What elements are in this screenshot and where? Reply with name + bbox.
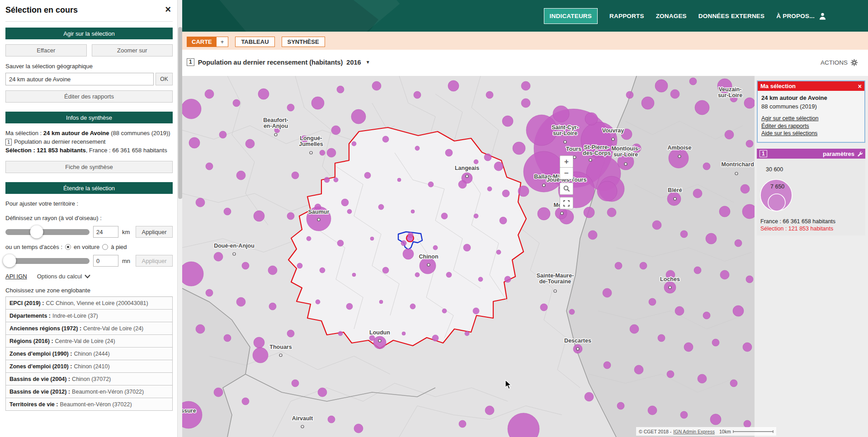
selection-communes: 88 communes (2019) [761,103,861,110]
ok-button[interactable]: OK [156,73,173,85]
add-map-button[interactable]: + [217,37,228,47]
tab-carte-label[interactable]: CARTE [187,37,217,47]
zone-row[interactable]: Bassins de vie (2004) :Chinon (37072) [5,373,173,385]
radius-label: Définissez un rayon (à vol d'oiseau) : [5,215,173,221]
zoom-on-button[interactable]: Zoomer sur [92,44,173,56]
time-slider-knob[interactable] [3,254,16,268]
api-ign-link[interactable]: API IGN [5,273,27,280]
ign-link[interactable]: IGN Admin Express [673,429,715,434]
tab-synthese[interactable]: SYNTHÈSE [282,37,325,47]
nav-item-indicateurs[interactable]: INDICATEURS [544,8,598,24]
indicator-title: Population au dernier recensement (habit… [198,59,343,66]
zone-row[interactable]: Régions (2016) :Centre-Val de Loire (24) [5,335,173,348]
svg-text:Descartes: Descartes [564,338,591,344]
synthesis-sheet-button[interactable]: Fiche de synthèse [5,161,173,173]
indicator-number-box: 1 [5,139,12,146]
synthesis-header[interactable]: Infos de synthèse [5,112,173,123]
svg-text:Airvault: Airvault [292,415,313,422]
magnifier-icon [563,185,570,192]
adjust-territory-label: Pour ajuster votre territoire : [5,200,173,207]
zoom-out-button[interactable]: − [560,167,573,179]
apply-time-button[interactable]: Appliquer [136,255,173,267]
extend-selection-header[interactable]: Étendre la sélection [5,182,173,194]
actions-button[interactable]: ACTIONS [821,59,858,66]
svg-text:ssure: ssure [182,408,196,414]
indicator-number-box: 1 [187,58,194,66]
selection-name: 24 km autour de Avoine [761,94,861,101]
close-icon[interactable]: × [165,5,171,14]
legend-big-value: 30 600 [766,166,783,173]
my-selection-panel: Ma sélection × 24 km autour de Avoine 88… [757,80,865,143]
zone-row[interactable]: Zones d'emploi (1990) :Chinon (2444) [5,348,173,360]
svg-text:Bléré: Bléré [668,187,682,193]
close-icon[interactable]: × [858,83,862,90]
zone-list: EPCI (2019) :CC Chinon, Vienne et Loire … [5,296,173,411]
act-on-selection-header[interactable]: Agir sur la sélection [5,28,173,39]
radius-slider[interactable] [5,229,90,235]
nav-item--propos-[interactable]: À PROPOS... [776,13,815,19]
nav-item-zonages[interactable]: ZONAGES [656,13,687,19]
radio-car[interactable] [65,244,71,250]
tab-tableau[interactable]: TABLEAU [235,37,274,47]
svg-text:Veuzain-sur-Loire: Veuzain-sur-Loire [718,86,742,99]
clear-button[interactable]: Effacer [5,44,87,56]
svg-text:Thouars: Thouars [269,344,292,350]
zone-row[interactable]: Zones d'emploi (2010) :Chinon (2410) [5,360,173,373]
time-input[interactable] [93,255,118,267]
map-attribution: © CGET 2018 - IGN Admin Express 10km [636,427,776,436]
user-icon[interactable] [819,12,826,20]
radio-foot-label[interactable]: à pied [111,244,127,250]
time-slider[interactable] [5,258,90,264]
zone-row[interactable]: Départements :Indre-et-Loire (37) [5,310,173,322]
main-area: INDICATEURSRAPPORTSZONAGESDONNÉES EXTERN… [182,0,868,437]
selection-link[interactable]: Éditer des rapports [761,123,861,130]
fullscreen-button[interactable] [560,197,573,209]
svg-text:Montrichard Val d: Montrichard Val d [722,161,755,168]
chevron-down-icon [85,274,90,278]
svg-text:Loudun: Loudun [369,329,390,336]
zone-row[interactable]: EPCI (2019) :CC Chinon, Vienne et Loire … [5,297,173,310]
zone-row[interactable]: Bassins de vie (2012) :Beaumont-en-Véron… [5,385,173,398]
calc-options-toggle[interactable]: Options du calcul [37,273,91,280]
radius-input[interactable] [93,226,118,238]
zone-row[interactable]: Territoires de vie :Beaumont-en-Véron (3… [5,398,173,411]
zoom-box-button[interactable] [560,183,573,195]
selection-link[interactable]: Agir sur cette sélection [761,115,861,122]
legend-selection-line: Sélection : 121 853 habitants [760,226,862,232]
year-dropdown-icon[interactable]: ▼ [366,60,370,65]
top-header: INDICATEURSRAPPORTSZONAGESDONNÉES EXTERN… [182,0,868,32]
svg-text:Doué-en-Anjou: Doué-en-Anjou [214,243,255,249]
nav-item-rapports[interactable]: RAPPORTS [609,13,644,19]
wrench-icon [857,151,863,157]
nav-item-donn-es-externes[interactable]: DONNÉES EXTERNES [698,13,764,19]
selection-link[interactable]: Aide sur les sélections [761,130,861,137]
fullscreen-icon [563,200,570,207]
time-unit: mn [122,258,132,264]
apply-radius-button[interactable]: Appliquer [136,226,173,238]
radio-car-label[interactable]: en voiture [74,244,99,250]
radius-slider-knob[interactable] [30,226,43,239]
sidebar-scrollbar[interactable] [177,0,182,437]
sidebar-scrollbar-thumb[interactable] [178,27,182,199]
scale-bar [733,429,774,434]
legend-number-box: 1 [760,150,767,157]
indicator-bar: 1 Population au dernier recensement (hab… [182,50,868,76]
parameters-button[interactable]: paramètres [823,150,863,157]
svg-text:Langeais: Langeais [455,165,479,171]
access-time-label: ou un temps d'accès : [5,244,62,250]
indicator-year[interactable]: 2016 [346,59,361,66]
svg-text:Longué-Jumelles: Longué-Jumelles [299,135,323,147]
radius-unit: km [122,229,132,235]
radio-foot[interactable] [102,244,108,250]
tab-carte[interactable]: CARTE + [187,37,228,47]
zoom-in-button[interactable]: + [560,155,573,168]
selection-name-input[interactable] [5,73,154,85]
zone-row[interactable]: Anciennes régions (1972) :Centre-Val de … [5,322,173,335]
svg-text:Vouvray: Vouvray [602,127,624,134]
edit-reports-button[interactable]: Éditer des rapports [5,90,173,103]
synthesis-text: Ma sélection : 24 km autour de Avoine (8… [5,129,173,155]
svg-text:Tours: Tours [566,146,581,152]
svg-text:Montlouis-sur-Loire: Montlouis-sur-Loire [611,146,640,158]
sidebar-title: Sélection en cours [5,5,173,22]
map-canvas[interactable]: Veuzain-sur-LoireBeaufort-en-AnjouLongué… [182,76,755,437]
